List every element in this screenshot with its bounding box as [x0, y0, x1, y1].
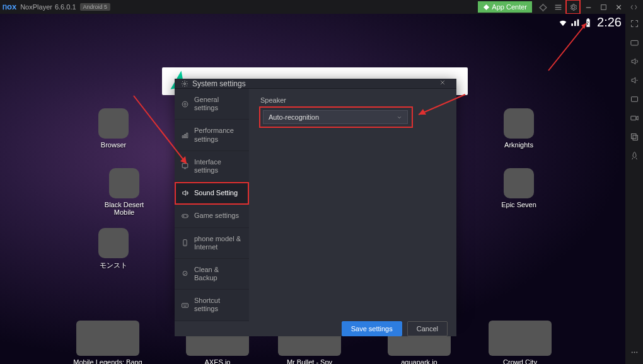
save-button[interactable]: Save settings [342, 321, 402, 336]
svg-point-23 [634, 351, 635, 353]
svg-point-22 [631, 351, 632, 353]
app-bdm[interactable]: Black Desert Mobile [96, 168, 153, 216]
nav-sound[interactable]: Sound Setting [175, 182, 249, 205]
svg-rect-17 [630, 40, 637, 45]
android-status-bar: 2:26 [558, 15, 622, 30]
app-epic[interactable]: Epic Seven [501, 168, 536, 208]
clock: 2:26 [597, 15, 622, 30]
gear-icon[interactable] [566, 0, 580, 14]
svg-rect-4 [182, 164, 188, 168]
desktop-area: 2:26 Browser Black Desert Mobile モンスト Ar… [0, 14, 625, 364]
puzzle-icon[interactable] [536, 0, 550, 14]
nav-clean[interactable]: Clean & Backup [175, 259, 249, 290]
close-icon[interactable] [611, 0, 625, 14]
dialog-close-button[interactable] [439, 79, 450, 88]
svg-rect-18 [631, 96, 637, 101]
rocket-icon[interactable] [629, 150, 640, 161]
nav-shortcut[interactable]: Shortcut settings [175, 290, 249, 321]
app-arknights[interactable]: Arknights [501, 108, 536, 149]
svg-point-6 [186, 215, 187, 216]
svg-rect-21 [633, 135, 638, 140]
multi-instance-icon[interactable] [629, 131, 640, 142]
app-name: NoxPlayer [20, 3, 52, 11]
svg-line-11 [548, 23, 586, 71]
svg-rect-10 [182, 304, 188, 308]
volume-down-icon[interactable] [629, 74, 640, 86]
collapse-icon[interactable] [627, 0, 640, 14]
wifi-icon [558, 18, 568, 28]
svg-rect-19 [630, 116, 635, 120]
gear-icon [181, 80, 188, 88]
nox-logo: ᥒox [3, 2, 16, 12]
minimize-icon[interactable] [581, 0, 595, 14]
chevron-down-icon [397, 115, 402, 120]
sidebar-right [625, 14, 643, 364]
signal-icon [571, 18, 581, 28]
fullscreen-icon[interactable] [629, 18, 640, 29]
app-monst[interactable]: モンスト [96, 228, 131, 270]
app-center-button[interactable]: App Center [478, 1, 532, 13]
svg-rect-20 [631, 134, 636, 139]
svg-point-24 [636, 351, 637, 353]
titlebar: ᥒox NoxPlayer 6.6.0.1 Android 5 App Cent… [0, 0, 643, 14]
maximize-icon[interactable] [596, 0, 610, 14]
dialog-header: System settings [175, 79, 456, 89]
app-version: 6.6.0.1 [55, 3, 76, 11]
dialog-title: System settings [192, 79, 246, 88]
speaker-dropdown[interactable]: Auto-recognition [263, 110, 408, 124]
settings-content: Speaker Auto-recognition [249, 89, 456, 321]
svg-point-3 [184, 103, 186, 105]
battery-icon [583, 18, 593, 28]
svg-rect-5 [182, 215, 188, 218]
app-crowd[interactable]: Crowd City [485, 321, 555, 364]
volume-up-icon[interactable] [629, 55, 640, 67]
record-icon[interactable] [629, 112, 640, 123]
menu-icon[interactable] [551, 0, 565, 14]
screenshot-icon[interactable] [629, 93, 640, 105]
android-tag: Android 5 [80, 3, 111, 11]
svg-point-1 [184, 82, 186, 84]
app-mlbb[interactable]: Mobile Legends: Bang Bang [73, 321, 142, 364]
nav-phone[interactable]: phone model & Internet [175, 228, 249, 259]
settings-dialog: System settings General settings Perform… [175, 79, 456, 316]
nav-performance[interactable]: Performance settings [175, 120, 249, 151]
dialog-footer: Save settings Cancel [175, 321, 456, 336]
svg-rect-0 [601, 4, 606, 9]
nav-general[interactable]: General settings [175, 89, 249, 120]
settings-nav: General settings Performance settings In… [175, 89, 249, 321]
svg-point-9 [185, 244, 185, 245]
keyboard-icon[interactable] [629, 37, 640, 48]
svg-point-7 [187, 216, 187, 217]
more-icon[interactable] [629, 346, 640, 358]
app-browser[interactable]: Browser [96, 108, 131, 149]
speaker-label: Speaker [260, 96, 445, 104]
svg-point-2 [182, 101, 188, 107]
nav-game[interactable]: Game settings [175, 205, 249, 227]
nav-interface[interactable]: Interface settings [175, 151, 249, 182]
cancel-button[interactable]: Cancel [407, 321, 448, 336]
